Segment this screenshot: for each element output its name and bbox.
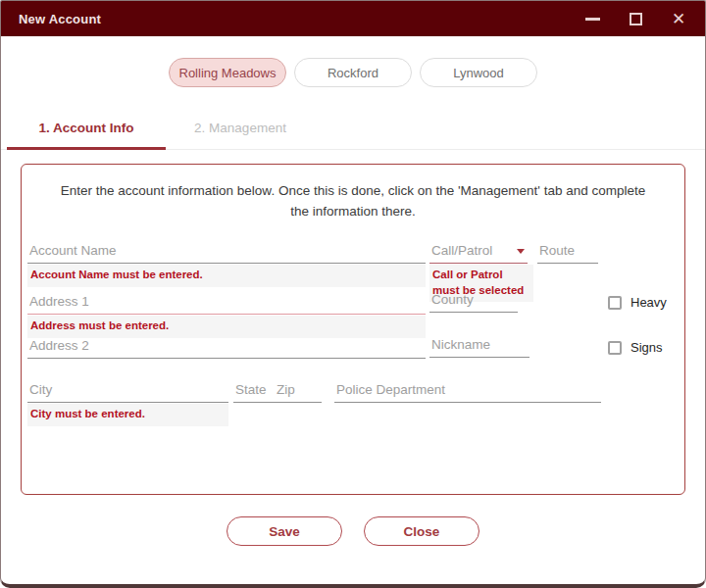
close-button[interactable]: ✕ [670, 10, 687, 27]
action-buttons: Save Close [1, 516, 705, 546]
location-button-rockford[interactable]: Rockford [294, 58, 412, 87]
close-icon: ✕ [672, 11, 685, 27]
location-selector: Rolling Meadows Rockford Lynwood [1, 58, 705, 87]
nickname-field [429, 335, 530, 358]
county-input[interactable] [429, 291, 518, 313]
police-department-input[interactable] [334, 381, 601, 403]
account-name-field [27, 241, 426, 264]
heavy-checkbox[interactable]: Heavy [608, 295, 667, 310]
zip-input[interactable] [275, 381, 322, 403]
location-button-rolling-meadows[interactable]: Rolling Meadows [169, 58, 286, 87]
tab-bar: 1. Account Info 2. Management [1, 107, 705, 150]
window-controls: ✕ [583, 10, 687, 27]
address1-input[interactable] [27, 293, 426, 315]
address1-error: Address must be entered. [27, 316, 426, 338]
account-name-input[interactable] [27, 242, 426, 264]
account-info-panel: Enter the account information below. Onc… [21, 164, 685, 495]
nickname-input[interactable] [429, 336, 530, 358]
tab-management[interactable]: 2. Management [166, 107, 315, 149]
city-error: City must be entered. [27, 404, 228, 426]
route-field [537, 241, 598, 264]
location-button-lynwood[interactable]: Lynwood [420, 58, 537, 87]
minimize-button[interactable] [583, 10, 601, 27]
address1-field [27, 292, 426, 315]
save-button[interactable]: Save [227, 516, 342, 546]
account-name-error: Account Name must be entered. [27, 265, 426, 287]
state-input[interactable] [233, 381, 278, 403]
route-input[interactable] [537, 242, 598, 264]
call-patrol-field [429, 241, 528, 264]
tab-account-info[interactable]: 1. Account Info [7, 107, 166, 149]
signs-checkbox-box[interactable] [608, 341, 622, 355]
address2-input[interactable] [27, 337, 426, 359]
state-field [233, 380, 278, 403]
maximize-button[interactable] [627, 10, 644, 27]
new-account-window: New Account ✕ Rolling Meadows Rockford L… [0, 0, 706, 588]
dropdown-caret-icon[interactable] [517, 249, 525, 254]
signs-checkbox-label: Signs [630, 340, 663, 355]
city-input[interactable] [27, 381, 228, 403]
signs-checkbox[interactable]: Signs [608, 340, 663, 355]
heavy-checkbox-box[interactable] [608, 296, 622, 310]
county-field [429, 290, 518, 313]
address2-field [27, 336, 426, 359]
police-department-field [334, 380, 601, 403]
titlebar: New Account ✕ [1, 1, 705, 36]
heavy-checkbox-label: Heavy [630, 295, 667, 310]
maximize-icon [630, 13, 642, 25]
zip-field [275, 380, 322, 403]
call-patrol-dropdown[interactable] [429, 242, 528, 264]
city-field [27, 380, 228, 403]
instruction-text: Enter the account information below. Onc… [22, 165, 684, 222]
close-dialog-button[interactable]: Close [364, 516, 479, 546]
window-title: New Account [19, 12, 101, 26]
minimize-icon [585, 18, 600, 21]
